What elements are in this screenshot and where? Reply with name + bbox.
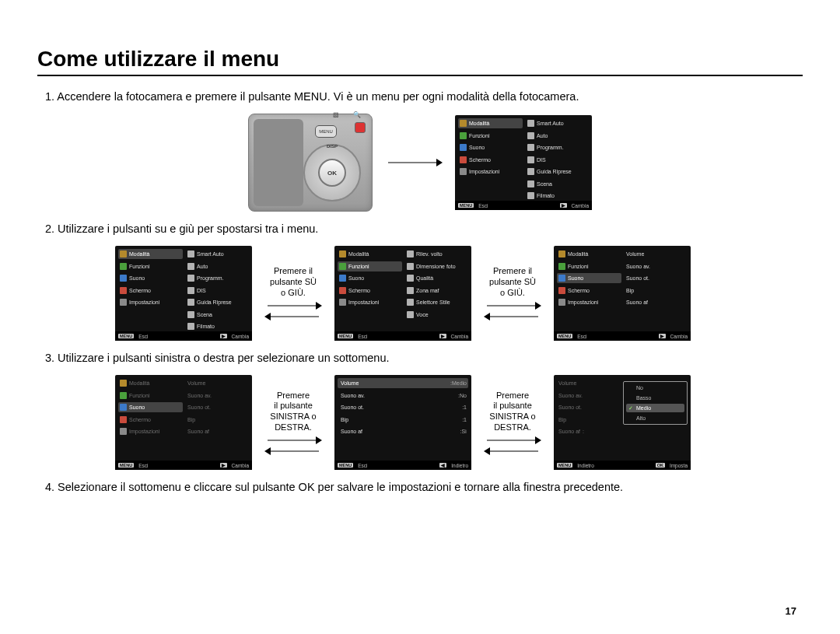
menu-item: Suono: [338, 273, 402, 283]
sound-option: Bip: [557, 415, 621, 425]
menu-subitem: Suono af: [623, 297, 688, 307]
menu-subitem: Suono av.: [184, 391, 249, 401]
menu-item: Suono: [118, 402, 183, 412]
sound-option: Bip:1: [338, 415, 468, 425]
page-title: Come utilizzare il menu: [37, 47, 803, 76]
menu-item: Schermo: [557, 285, 621, 296]
dpad: DISP OK: [303, 144, 361, 201]
arrow-lr-1: Premere il pulsante SINISTRA o DESTRA.: [264, 391, 322, 455]
sound-option: Suono ot.: [557, 402, 621, 412]
menu-item: Schermo: [118, 285, 183, 296]
menu-subitem: Filmato: [524, 191, 589, 201]
menu-item: Impostazioni: [118, 297, 183, 307]
menu-subitem: Bip: [184, 415, 249, 425]
menu-item: Funzioni: [118, 261, 183, 271]
sound-option: Suono af:Sì: [338, 426, 468, 436]
menu-subitem: Volume: [623, 249, 688, 259]
row-up-down: ModalitàFunzioniSuonoSchermoImpostazioni…: [37, 246, 803, 341]
menu-subitem: Bip: [623, 285, 688, 296]
volume-option: Alto: [626, 414, 684, 422]
lcd-screen-3: ModalitàFunzioniSuonoSchermoImpostazioni…: [334, 246, 471, 341]
menu-subitem: Filmato: [184, 321, 249, 331]
sound-option: Suono af:: [557, 426, 621, 436]
menu-subitem: Auto: [184, 261, 249, 271]
menu-subitem: Zona maf: [404, 285, 468, 296]
menu-item: Suono: [118, 273, 183, 283]
lcd-footer: MENUIndietro OKImposta: [554, 461, 691, 470]
menu-item: Modalità: [557, 249, 621, 259]
menu-subitem: Voce: [404, 310, 468, 320]
menu-item: Funzioni: [118, 391, 183, 401]
menu-item: Schermo: [458, 155, 523, 165]
sound-option: Volume:Medio: [338, 378, 468, 388]
menu-item: Modalità: [118, 249, 183, 259]
menu-subitem: Guida Riprese: [524, 166, 589, 177]
menu-subitem: Suono ot.: [623, 273, 688, 283]
arrow-updown-2: Premere il pulsante SÙ o GIÙ.: [484, 266, 541, 320]
lcd-footer: MENUEsci ▶Cambia: [455, 201, 592, 210]
zoom-icon: 🔍: [353, 111, 361, 117]
menu-item: Funzioni: [557, 261, 621, 271]
menu-subitem: Auto: [524, 131, 589, 141]
menu-subitem: Programm.: [184, 273, 249, 283]
step-1: 1. Accendere la fotocamera e premere il …: [45, 90, 803, 103]
menu-subitem: Selettore Stile: [404, 297, 468, 307]
menu-subitem: Scena: [524, 179, 589, 189]
disp-label: DISP: [327, 144, 338, 149]
sound-option: Suono ot.:1: [338, 402, 468, 412]
sound-option: Suono av.: [557, 391, 621, 401]
menu-item: Impostazioni: [118, 426, 183, 436]
row-device-to-menu: ▧🔍 MENU DISP OK ModalitàFunzioniSuonoSch…: [37, 114, 803, 212]
record-button: [355, 122, 366, 133]
menu-subitem: DIS: [184, 285, 249, 296]
menu-item: Suono: [458, 142, 523, 152]
sound-option: Suono av.:No: [338, 391, 468, 401]
menu-item: Schermo: [118, 415, 183, 425]
step-3: 3. Utilizzare i pulsanti sinistra o dest…: [45, 352, 803, 364]
lcd-screen-7: VolumeSuono av.Suono ot.BipSuono af:NoBa…: [554, 375, 691, 470]
menu-item: Modalità: [118, 378, 183, 388]
lcd-footer: MENUEsci ▶Cambia: [554, 331, 691, 341]
ok-button: OK: [318, 159, 346, 187]
menu-subitem: Guida Riprese: [184, 297, 249, 307]
camera-back-illustration: ▧🔍 MENU DISP OK: [248, 114, 373, 212]
lcd-screen-1: ModalitàFunzioniSuonoSchermoImpostazioni…: [455, 115, 592, 210]
menu-button: MENU: [315, 125, 337, 138]
sound-option: Volume: [557, 378, 621, 388]
menu-item: Impostazioni: [557, 297, 621, 307]
arrow: [385, 159, 443, 166]
grid-icon: ▧: [333, 111, 339, 117]
menu-subitem: Dimensione foto: [404, 261, 468, 271]
menu-item: Funzioni: [338, 261, 402, 271]
lcd-screen-4: ModalitàFunzioniSuonoSchermoImpostazioni…: [554, 246, 691, 341]
lcd-footer: MENUEsci ◀Indietro: [334, 461, 471, 470]
menu-subitem: Rilev. volto: [404, 249, 468, 259]
lcd-screen-2: ModalitàFunzioniSuonoSchermoImpostazioni…: [115, 246, 252, 341]
volume-option: No: [626, 384, 684, 392]
lcd-footer: MENUEsci ▶Cambia: [115, 461, 252, 470]
menu-item: Modalità: [338, 249, 402, 259]
menu-item: Suono: [557, 273, 621, 283]
menu-subitem: Smart Auto: [524, 118, 589, 128]
menu-item: Impostazioni: [338, 297, 402, 307]
menu-subitem: Programm.: [524, 142, 589, 152]
menu-item: Modalità: [458, 118, 523, 128]
volume-options: NoBassoMedioAlto: [623, 381, 688, 425]
menu-subitem: Qualità: [404, 273, 468, 283]
menu-subitem: Suono av.: [623, 261, 688, 271]
row-left-right: ModalitàFunzioniSuonoSchermoImpostazioni…: [37, 375, 803, 470]
step-4: 4. Selezionare il sottomenu e cliccare s…: [45, 481, 803, 493]
menu-subitem: Volume: [184, 378, 249, 388]
menu-subitem: DIS: [524, 155, 589, 165]
arrow-updown-1: Premere il pulsante SÙ o GIÙ.: [264, 266, 322, 320]
page-number: 17: [786, 605, 796, 617]
menu-subitem: Suono af: [184, 426, 249, 436]
lcd-footer: MENUEsci ▶Cambia: [334, 331, 471, 341]
volume-option: Basso: [626, 394, 684, 402]
lcd-screen-6: Volume:MedioSuono av.:NoSuono ot.:1Bip:1…: [334, 375, 471, 470]
step-2: 2. Utilizzare i pulsanti su e giù per sp…: [45, 222, 803, 235]
lcd-footer: MENUEsci ▶Cambia: [115, 331, 252, 341]
volume-option: Medio: [626, 404, 684, 412]
lcd-screen-5: ModalitàFunzioniSuonoSchermoImpostazioni…: [115, 375, 252, 470]
arrow-lr-2: Premere il pulsante SINISTRA o DESTRA.: [484, 391, 541, 455]
